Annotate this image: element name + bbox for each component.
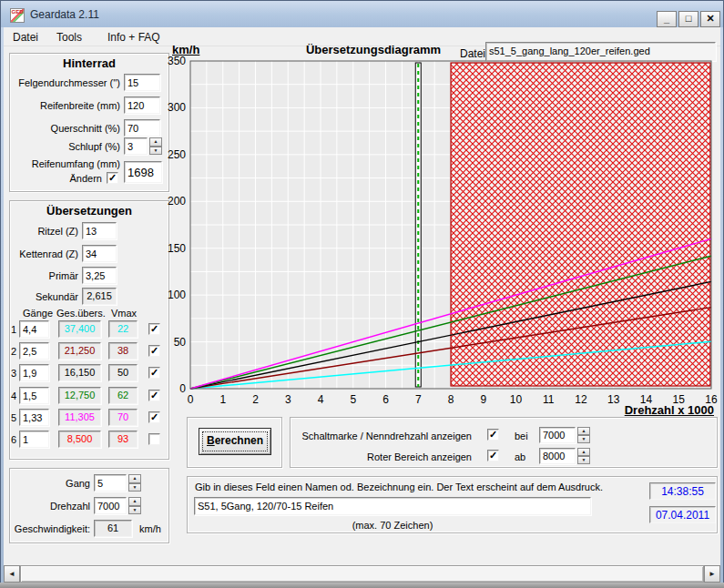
- schaltmarke-checkbox[interactable]: ✓: [487, 429, 499, 441]
- gear-3-total-ratio: 16,150: [58, 364, 101, 381]
- x-tick-label: 5: [350, 393, 356, 406]
- kettenrad-input[interactable]: [82, 245, 117, 262]
- gear-5-total-ratio: 11,305: [58, 409, 101, 426]
- x-tick-label: 0: [188, 393, 194, 406]
- red-zone: [451, 63, 710, 386]
- roter-bereich-checkbox[interactable]: ✓: [487, 450, 499, 461]
- scroll-left-icon[interactable]: ◄: [4, 565, 20, 583]
- drehzahl-label: Drehzahl: [13, 501, 90, 512]
- gear-5-input[interactable]: [19, 409, 49, 426]
- title-bar[interactable]: GED Geardata 2.11: [1, 1, 723, 27]
- scroll-right-icon[interactable]: ►: [704, 565, 720, 583]
- clock-time: 14:38:55: [649, 482, 716, 500]
- aendern-label: Ändern: [13, 173, 102, 184]
- nenndrehzahl-spinner[interactable]: ▲ ▼: [577, 427, 590, 443]
- roter-bereich-spinner[interactable]: ▲ ▼: [577, 448, 590, 464]
- nenndrehzahl-input[interactable]: [539, 427, 576, 443]
- x-tick-label: 8: [448, 393, 454, 406]
- schlupf-spinner[interactable]: ▲ ▼: [149, 137, 162, 155]
- maximize-button[interactable]: □: [678, 11, 699, 27]
- spinner-up-icon[interactable]: ▲: [128, 474, 141, 483]
- gang-spinner[interactable]: ▲ ▼: [128, 474, 141, 492]
- spinner-up-icon[interactable]: ▲: [577, 427, 590, 435]
- window-title: Geardata 2.11: [30, 8, 99, 21]
- x-tick-label: 2: [252, 393, 259, 406]
- scrollbar-thumb[interactable]: [20, 565, 704, 583]
- sekundaer-label: Sekundär: [13, 291, 78, 302]
- roter-bereich-input[interactable]: [539, 448, 576, 464]
- gear-2-total-ratio: 21,250: [58, 342, 101, 360]
- querschnitt-input[interactable]: [124, 119, 160, 137]
- gear-3-vmax: 50: [108, 364, 138, 381]
- spinner-down-icon[interactable]: ▼: [128, 506, 141, 515]
- aendern-checkbox[interactable]: ✓: [107, 172, 118, 184]
- drehzahl-spinner[interactable]: ▲ ▼: [128, 497, 141, 514]
- primaer-input[interactable]: [82, 267, 117, 284]
- gear-3-input[interactable]: [19, 364, 49, 381]
- reifenumfang-label: Reifenumfang (mm): [13, 158, 120, 169]
- gear-1-total-ratio: 37,400: [58, 320, 101, 338]
- felgendurchmesser-input[interactable]: [124, 74, 160, 91]
- geschwindigkeit-label: Geschwindigkeit:: [13, 523, 90, 534]
- drehzahl-input[interactable]: [94, 497, 127, 514]
- clock-date: 07.04.2011: [649, 506, 716, 523]
- berechnen-button[interactable]: Berechnen: [199, 428, 271, 455]
- y-tick-label: 50: [174, 336, 187, 349]
- x-tick-label: 1: [219, 393, 226, 406]
- name-input[interactable]: [194, 497, 591, 515]
- y-tick-label: 0: [179, 382, 186, 395]
- gear-5-checkbox[interactable]: ✓: [148, 411, 160, 423]
- gear-1-input[interactable]: [19, 320, 49, 338]
- reifenbreite-input[interactable]: [124, 96, 160, 114]
- gesuebers-header: Ges.übers.: [56, 308, 106, 319]
- spinner-down-icon[interactable]: ▼: [149, 147, 162, 156]
- spinner-up-icon[interactable]: ▲: [149, 137, 162, 147]
- spinner-up-icon[interactable]: ▲: [577, 448, 590, 456]
- querschnitt-label: Querschnitt (%): [13, 123, 120, 134]
- close-button[interactable]: ✕: [700, 11, 720, 27]
- geschwindigkeit-unit: km/h: [139, 523, 161, 534]
- schlupf-label: Schlupf (%): [13, 141, 120, 152]
- sekundaer-value: 2,615: [82, 288, 117, 305]
- ritzel-label: Ritzel (Z): [13, 226, 78, 237]
- gear-4-input[interactable]: [19, 387, 49, 404]
- gear-number: 5: [5, 412, 16, 423]
- ritzel-input[interactable]: [82, 222, 117, 239]
- gear-4-checkbox[interactable]: ✓: [148, 390, 160, 401]
- schlupf-input[interactable]: [124, 137, 148, 155]
- y-tick-label: 200: [168, 195, 186, 208]
- gear-number: 3: [5, 368, 16, 379]
- spinner-down-icon[interactable]: ▼: [128, 483, 141, 492]
- hinterrad-title: Hinterrad: [9, 56, 169, 70]
- ab-label: ab: [515, 451, 525, 462]
- gear-2-input[interactable]: [19, 342, 49, 360]
- gear-6-checkbox[interactable]: [148, 433, 160, 445]
- spinner-up-icon[interactable]: ▲: [128, 497, 141, 506]
- spinner-down-icon[interactable]: ▼: [577, 456, 590, 464]
- x-tick-label: 10: [510, 393, 523, 406]
- gear-6-input[interactable]: [19, 431, 49, 448]
- reifenbreite-label: Reifenbreite (mm): [13, 100, 120, 111]
- menu-datei[interactable]: Datei: [13, 31, 38, 44]
- schaltmarke-label: Schaltmarke / Nenndrehzahl anzeigen: [301, 431, 472, 441]
- x-tick-label: 9: [480, 393, 486, 406]
- gear-2-checkbox[interactable]: ✓: [148, 345, 160, 357]
- bei-label: bei: [515, 431, 528, 441]
- x-axis-label: Drehzahl x 1000: [565, 403, 714, 417]
- y-tick-label: 100: [168, 289, 186, 301]
- x-tick-label: 7: [415, 393, 422, 406]
- minimize-button[interactable]: _: [657, 11, 677, 27]
- x-tick-label: 6: [382, 393, 389, 406]
- gear-3-checkbox[interactable]: ✓: [148, 367, 160, 379]
- reifenumfang-input[interactable]: [124, 161, 162, 183]
- gang-input[interactable]: [94, 474, 127, 492]
- gear-1-checkbox[interactable]: ✓: [148, 323, 160, 335]
- menu-tools[interactable]: Tools: [56, 31, 82, 44]
- gear-5-vmax: 70: [108, 409, 138, 426]
- primaer-label: Primär: [13, 270, 78, 281]
- gear-number: 6: [5, 434, 16, 445]
- spinner-down-icon[interactable]: ▼: [577, 435, 590, 443]
- menu-info-faq[interactable]: Info + FAQ: [107, 31, 160, 44]
- gang-label: Gang: [13, 478, 90, 489]
- vmax-header: Vmax: [111, 308, 137, 319]
